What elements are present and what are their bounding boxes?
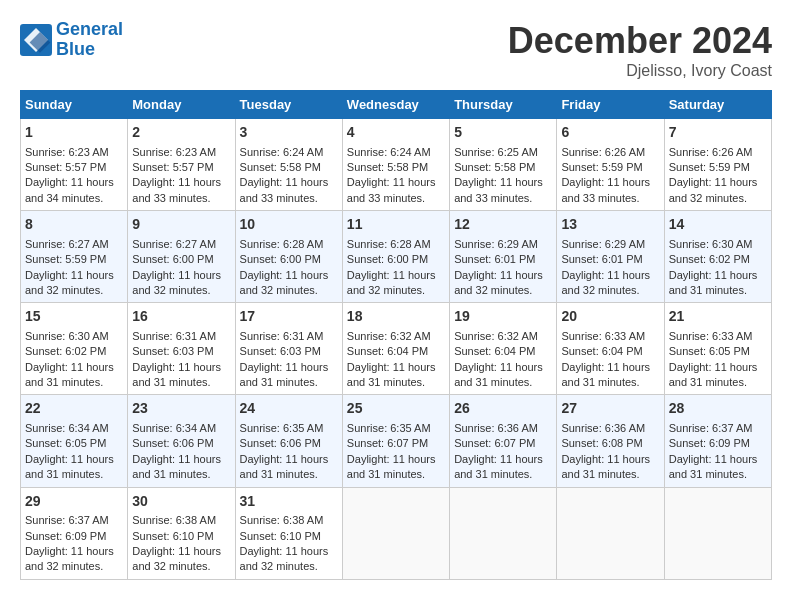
day-number: 9 [132,215,230,235]
sunrise: Sunrise: 6:30 AM [669,238,753,250]
sunrise: Sunrise: 6:34 AM [132,422,216,434]
daylight-label: Daylight: 11 hours and 32 minutes. [669,176,758,203]
calendar-day-header: Thursday [450,91,557,119]
day-number: 25 [347,399,445,419]
sunset: Sunset: 6:07 PM [347,437,428,449]
daylight-label: Daylight: 11 hours and 32 minutes. [240,269,329,296]
sunrise: Sunrise: 6:26 AM [561,146,645,158]
calendar-day-header: Wednesday [342,91,449,119]
daylight-label: Daylight: 11 hours and 32 minutes. [25,269,114,296]
daylight-label: Daylight: 11 hours and 32 minutes. [240,545,329,572]
sunset: Sunset: 6:02 PM [669,253,750,265]
sunset: Sunset: 6:03 PM [240,345,321,357]
calendar-cell: 4Sunrise: 6:24 AMSunset: 5:58 PMDaylight… [342,119,449,211]
daylight-label: Daylight: 11 hours and 31 minutes. [347,361,436,388]
calendar-week-row: 15Sunrise: 6:30 AMSunset: 6:02 PMDayligh… [21,303,772,395]
sunrise: Sunrise: 6:36 AM [561,422,645,434]
sunset: Sunset: 5:59 PM [669,161,750,173]
calendar-cell: 20Sunrise: 6:33 AMSunset: 6:04 PMDayligh… [557,303,664,395]
day-number: 11 [347,215,445,235]
calendar-cell: 30Sunrise: 6:38 AMSunset: 6:10 PMDayligh… [128,487,235,579]
calendar-cell: 5Sunrise: 6:25 AMSunset: 5:58 PMDaylight… [450,119,557,211]
sunset: Sunset: 6:03 PM [132,345,213,357]
sunset: Sunset: 5:57 PM [132,161,213,173]
day-number: 18 [347,307,445,327]
sunset: Sunset: 6:05 PM [25,437,106,449]
day-number: 1 [25,123,123,143]
calendar-cell: 15Sunrise: 6:30 AMSunset: 6:02 PMDayligh… [21,303,128,395]
sunset: Sunset: 6:09 PM [669,437,750,449]
calendar-cell: 24Sunrise: 6:35 AMSunset: 6:06 PMDayligh… [235,395,342,487]
calendar-day-header: Monday [128,91,235,119]
sunset: Sunset: 6:10 PM [240,530,321,542]
calendar-cell: 26Sunrise: 6:36 AMSunset: 6:07 PMDayligh… [450,395,557,487]
day-number: 14 [669,215,767,235]
sunset: Sunset: 5:59 PM [561,161,642,173]
logo-text: General Blue [56,20,123,60]
day-number: 31 [240,492,338,512]
daylight-label: Daylight: 11 hours and 33 minutes. [240,176,329,203]
daylight-label: Daylight: 11 hours and 31 minutes. [669,453,758,480]
sunrise: Sunrise: 6:28 AM [240,238,324,250]
daylight-label: Daylight: 11 hours and 33 minutes. [454,176,543,203]
daylight-label: Daylight: 11 hours and 31 minutes. [132,453,221,480]
calendar-week-row: 29Sunrise: 6:37 AMSunset: 6:09 PMDayligh… [21,487,772,579]
sunset: Sunset: 5:58 PM [347,161,428,173]
sunset: Sunset: 6:00 PM [240,253,321,265]
day-number: 10 [240,215,338,235]
sunset: Sunset: 6:00 PM [347,253,428,265]
day-number: 13 [561,215,659,235]
daylight-label: Daylight: 11 hours and 32 minutes. [132,545,221,572]
calendar-day-header: Friday [557,91,664,119]
calendar-cell: 16Sunrise: 6:31 AMSunset: 6:03 PMDayligh… [128,303,235,395]
day-number: 12 [454,215,552,235]
calendar-week-row: 8Sunrise: 6:27 AMSunset: 5:59 PMDaylight… [21,211,772,303]
daylight-label: Daylight: 11 hours and 33 minutes. [561,176,650,203]
calendar-day-header: Sunday [21,91,128,119]
day-number: 23 [132,399,230,419]
sunrise: Sunrise: 6:33 AM [561,330,645,342]
sunrise: Sunrise: 6:35 AM [347,422,431,434]
sunset: Sunset: 6:02 PM [25,345,106,357]
sunset: Sunset: 5:58 PM [240,161,321,173]
calendar-cell: 31Sunrise: 6:38 AMSunset: 6:10 PMDayligh… [235,487,342,579]
sunrise: Sunrise: 6:31 AM [240,330,324,342]
sunrise: Sunrise: 6:38 AM [132,514,216,526]
page-header: General Blue December 2024 Djelisso, Ivo… [20,20,772,80]
logo-line2: Blue [56,39,95,59]
calendar-cell: 12Sunrise: 6:29 AMSunset: 6:01 PMDayligh… [450,211,557,303]
calendar-cell: 27Sunrise: 6:36 AMSunset: 6:08 PMDayligh… [557,395,664,487]
calendar-day-header: Saturday [664,91,771,119]
daylight-label: Daylight: 11 hours and 33 minutes. [132,176,221,203]
sunrise: Sunrise: 6:27 AM [25,238,109,250]
calendar-cell: 19Sunrise: 6:32 AMSunset: 6:04 PMDayligh… [450,303,557,395]
logo-icon [20,24,52,56]
sunset: Sunset: 6:05 PM [669,345,750,357]
day-number: 2 [132,123,230,143]
calendar-cell: 6Sunrise: 6:26 AMSunset: 5:59 PMDaylight… [557,119,664,211]
daylight-label: Daylight: 11 hours and 32 minutes. [347,269,436,296]
month-title: December 2024 [508,20,772,62]
daylight-label: Daylight: 11 hours and 32 minutes. [454,269,543,296]
daylight-label: Daylight: 11 hours and 31 minutes. [669,269,758,296]
sunset: Sunset: 6:04 PM [561,345,642,357]
calendar-cell: 28Sunrise: 6:37 AMSunset: 6:09 PMDayligh… [664,395,771,487]
daylight-label: Daylight: 11 hours and 31 minutes. [561,361,650,388]
daylight-label: Daylight: 11 hours and 33 minutes. [347,176,436,203]
sunset: Sunset: 6:06 PM [132,437,213,449]
day-number: 29 [25,492,123,512]
day-number: 27 [561,399,659,419]
day-number: 8 [25,215,123,235]
calendar-cell: 22Sunrise: 6:34 AMSunset: 6:05 PMDayligh… [21,395,128,487]
daylight-label: Daylight: 11 hours and 31 minutes. [240,453,329,480]
calendar-cell: 10Sunrise: 6:28 AMSunset: 6:00 PMDayligh… [235,211,342,303]
day-number: 21 [669,307,767,327]
calendar-cell: 1Sunrise: 6:23 AMSunset: 5:57 PMDaylight… [21,119,128,211]
day-number: 15 [25,307,123,327]
sunrise: Sunrise: 6:36 AM [454,422,538,434]
sunrise: Sunrise: 6:24 AM [240,146,324,158]
day-number: 7 [669,123,767,143]
day-number: 20 [561,307,659,327]
daylight-label: Daylight: 11 hours and 31 minutes. [25,361,114,388]
sunset: Sunset: 6:04 PM [347,345,428,357]
